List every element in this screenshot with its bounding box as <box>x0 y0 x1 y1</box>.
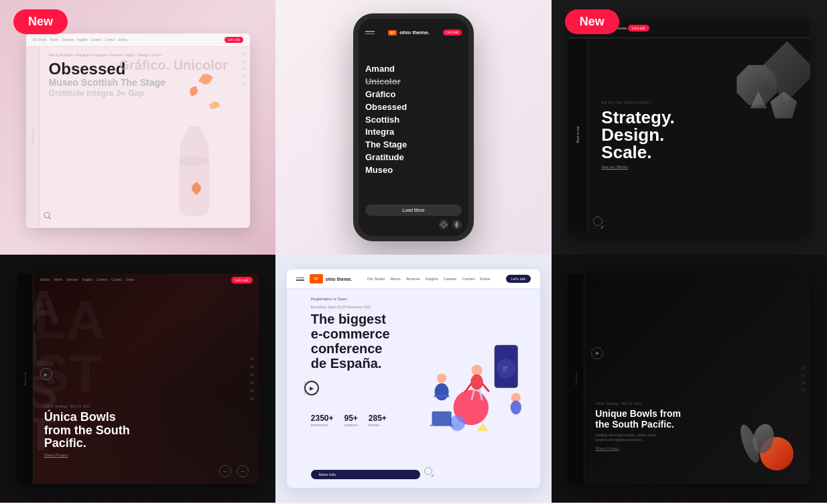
moon-icon <box>452 220 462 229</box>
nav-item: Studios <box>40 278 50 281</box>
phone-hamburger <box>365 31 375 34</box>
nav-item: Careers <box>97 278 107 281</box>
svg-text:🛒: 🛒 <box>454 420 461 428</box>
magnify-icon-card3[interactable] <box>593 216 602 226</box>
card-unica-dark[interactable]: Back to top Studios Works Services Insig… <box>0 255 275 503</box>
card6-sidebar: Back to top <box>568 273 584 485</box>
svg-rect-20 <box>434 395 449 397</box>
ohio-logo-label-card5: ohio theme. <box>326 277 352 281</box>
card4-back-text: Back to top <box>23 372 26 385</box>
stat-label-participants: participants <box>311 423 334 427</box>
svg-point-8 <box>458 349 460 350</box>
nav-item: Extras <box>119 38 127 42</box>
nav-item: Insights <box>82 278 93 281</box>
leaf-deco-3 <box>208 100 220 111</box>
card4-arrows: ← → <box>219 465 249 477</box>
ham-line <box>365 31 375 32</box>
card6-heading-line2: the South Pacific. <box>595 419 681 430</box>
stat-number-themes: 285+ <box>369 414 387 423</box>
new-badge-card3: New <box>565 9 619 34</box>
svg-point-12 <box>521 360 522 361</box>
card5-left-sidebar: Back to top ▶ <box>298 297 311 479</box>
ham-line <box>296 279 304 281</box>
card-ecommerce[interactable]: 07 ohio theme. Our Studio Works Services… <box>275 255 551 503</box>
play-btn-card5[interactable]: ▶ <box>304 381 319 395</box>
strategy-text: WE'RE THE OHIO AGENCY Strategy. Design. … <box>601 101 674 169</box>
show-project-btn[interactable]: Show Project <box>44 453 130 457</box>
sub-line-2: Gratitude Integra J∞ Gap <box>49 88 229 98</box>
card4-main: Studios Works Services Insights Careers … <box>34 273 259 485</box>
load-more-btn[interactable]: Load More <box>365 204 462 216</box>
unica-heading-line2: from the South <box>44 424 130 438</box>
lets-talk-btn-card1[interactable]: Let's talk <box>225 37 243 43</box>
card6-numbers: 01 02 03 04 <box>802 366 806 392</box>
phone-logo: 07 ohio theme. <box>388 29 430 36</box>
next-btn[interactable]: → <box>237 465 249 477</box>
stat-number-speakers: 95+ <box>344 414 357 423</box>
work-item-museo: Museo <box>365 165 462 176</box>
card6-heading-line1: Unique Bowls from <box>595 408 681 420</box>
nav-item: Extras <box>126 278 135 281</box>
phone-lets-talk[interactable]: Let's talk <box>443 29 462 36</box>
svg-rect-32 <box>432 412 451 425</box>
card3-content: Back to top WE'RE THE OHIO AGENCY Strate… <box>568 38 810 231</box>
card-unica-dark-2[interactable]: Back to top ohio theme. Ou... <box>552 255 827 503</box>
sun-icon <box>439 220 448 229</box>
nav-item: Our Studio <box>367 277 385 281</box>
svg-point-21 <box>471 365 482 376</box>
svg-rect-33 <box>430 425 454 426</box>
more-info-btn[interactable]: More Info <box>311 470 420 479</box>
magnify-icon-card5[interactable] <box>424 467 432 475</box>
show-project-btn-card6[interactable]: Show Project <box>595 446 681 450</box>
phone-header: 07 ohio theme. Let's talk <box>365 29 462 36</box>
overlay-text: Gráfico. Unicolor <box>119 58 228 73</box>
card6-label: UI/UX, Strategy · May 03, 2021 <box>595 401 681 405</box>
magnify-icon-card1[interactable] <box>44 210 52 223</box>
card3-main: WE'RE THE OHIO AGENCY Strategy. Design. … <box>588 38 810 231</box>
card3-lets-talk[interactable]: Let's talk <box>628 25 649 32</box>
card1-nav: Our Studio Works Services Insights Caree… <box>26 34 250 47</box>
agency-label: WE'RE THE OHIO AGENCY <box>601 101 674 105</box>
see-works-btn[interactable]: See our Works <box>601 165 674 169</box>
unica-heading-line3: Pacific. <box>44 437 130 450</box>
svg-point-22 <box>470 375 483 390</box>
card4-mockup: Back to top Studios Works Services Insig… <box>17 273 259 485</box>
stat-label-themes: themes <box>369 423 387 427</box>
new-badge-card1: New <box>13 9 68 34</box>
stat-number-participants: 2350+ <box>311 414 334 423</box>
card6-content: UI/UX, Strategy · May 03, 2021 Unique Bo… <box>595 401 681 451</box>
ohio-logo-card5: 07 ohio theme. <box>310 274 352 284</box>
card6-subtext: Crafting new bright brands, unique visua… <box>595 433 662 442</box>
prev-btn[interactable]: ← <box>219 465 231 477</box>
main-grid: New Our Studio Works Services Insights C… <box>0 0 827 503</box>
strategy-line1: Strategy. <box>601 109 674 126</box>
nav-item: Our Studio <box>33 38 48 42</box>
phone-works-list: Amand Unicolor Gráfico Obsessed Scottish… <box>365 41 462 199</box>
svg-point-3 <box>442 223 446 227</box>
geo-shapes-container <box>703 38 810 172</box>
ham-line <box>296 277 304 279</box>
nav-item: Careers <box>91 38 102 42</box>
svg-point-18 <box>435 383 449 401</box>
unica-heading-line1: Única Bowls <box>44 411 130 424</box>
card5-lets-talk[interactable]: Let's talk <box>506 275 531 283</box>
card-strategy[interactable]: New ohio theme. Let's talk Back to top <box>552 0 827 255</box>
card-obsessed[interactable]: New Our Studio Works Services Insights C… <box>0 0 275 255</box>
strategy-line3: Scale. <box>601 143 674 161</box>
work-item-gratitude: Gratitude <box>365 152 462 164</box>
ohio-logo-box-small: 07 <box>388 30 397 36</box>
phone-screen: 07 ohio theme. Let's talk Amand Unicolor… <box>359 19 468 236</box>
phone-bottom-icons <box>365 220 462 229</box>
work-item-scottish: Scottish <box>365 115 462 126</box>
svg-point-9 <box>466 344 468 346</box>
svg-point-28 <box>511 401 521 415</box>
card5-top-content: Registration is Open Barcelona, Spain 20… <box>311 297 420 371</box>
card6-mockup: Back to top ohio theme. Ou... <box>568 273 810 485</box>
card1-main: Filter by All Works™ Branding™ Campaign™… <box>40 47 238 227</box>
svg-point-19 <box>437 373 446 383</box>
ham-line <box>365 34 375 35</box>
card4-lets-talk[interactable]: Let's talk <box>231 277 253 284</box>
card5-illustration: 🛒 <box>420 297 529 479</box>
card-phone[interactable]: 07 ohio theme. Let's talk Amand Unicolor… <box>275 0 551 255</box>
play-btn-card4[interactable]: ▶ <box>40 368 52 380</box>
